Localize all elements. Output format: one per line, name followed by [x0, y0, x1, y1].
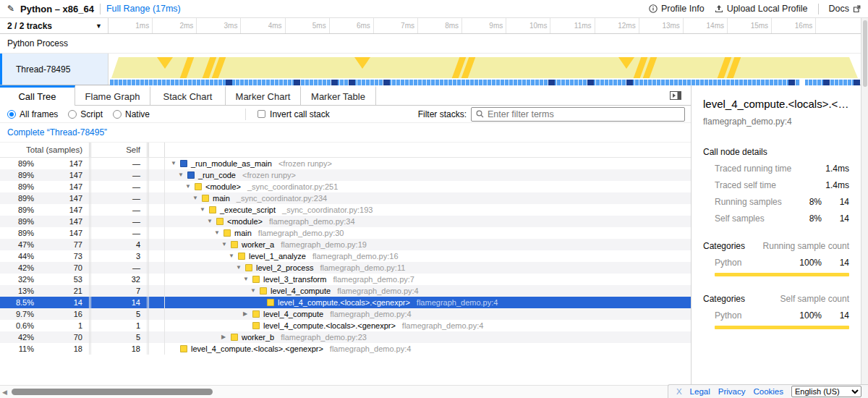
total-percent: 89% — [0, 181, 34, 192]
sample-segment — [383, 80, 390, 85]
collapse-icon[interactable]: ▼ — [200, 204, 209, 216]
radio-script[interactable]: Script — [68, 109, 103, 119]
call-tree-row[interactable]: 11%1818level_4_compute.<locals>.<genexpr… — [0, 343, 691, 355]
collapse-icon[interactable]: ▼ — [236, 262, 245, 274]
filter-stacks-input[interactable] — [488, 109, 680, 119]
function-name: main — [213, 192, 230, 204]
call-tree-row[interactable]: 42%705▶worker_bflamegraph_demo.py:23 — [0, 331, 691, 343]
spacer-cell — [149, 192, 165, 204]
collapse-icon[interactable]: ▼ — [207, 216, 216, 227]
ruler-tick: 5ms — [286, 18, 330, 33]
full-range-link[interactable]: Full Range (17ms) — [106, 4, 181, 14]
collapse-icon[interactable]: ▼ — [243, 274, 252, 285]
thread-track-row: Thread-78495 — [0, 54, 861, 85]
jank-marker-icon[interactable] — [157, 57, 173, 69]
detail-value: 1.4ms — [823, 164, 849, 174]
expand-icon[interactable]: ▶ — [221, 331, 231, 343]
detail-value: 14 — [822, 213, 849, 224]
thread-activity-graph[interactable] — [109, 54, 861, 85]
footer-link-privacy[interactable]: Privacy — [718, 387, 746, 396]
footer-link-x[interactable]: X — [676, 387, 682, 396]
yellow-category-icon — [202, 195, 209, 202]
vertical-scrollbar[interactable] — [861, 18, 868, 398]
column-header-total[interactable]: Total (samples) — [0, 143, 91, 157]
timeline-ruler[interactable]: 1ms2ms3ms4ms5ms6ms7ms8ms9ms10ms11ms12ms1… — [109, 18, 861, 33]
call-tree-row[interactable]: 13%217▼level_4_computeflamegraph_demo.py… — [0, 285, 691, 297]
invert-call-stack-checkbox[interactable]: Invert call stack — [258, 109, 330, 119]
categories-header: CategoriesSelf sample count — [703, 294, 849, 304]
call-tree-row[interactable]: 89%147—▼_run_code<frozen runpy> — [0, 169, 691, 181]
collapse-icon[interactable]: ▼ — [214, 227, 224, 239]
collapse-icon[interactable]: ▼ — [178, 169, 187, 181]
collapse-icon[interactable]: ▼ — [229, 250, 238, 262]
jank-marker-icon[interactable] — [180, 57, 195, 78]
total-percent: 42% — [0, 331, 34, 343]
expand-icon[interactable]: ▶ — [243, 308, 252, 320]
process-row[interactable]: Python Process — [0, 34, 861, 54]
total-cell: 11%18 — [0, 343, 91, 355]
thread-track-label[interactable]: Thread-78495 — [0, 54, 109, 85]
horizontal-scrollbar[interactable]: ◀ — [0, 385, 691, 398]
yellow-category-icon — [252, 276, 260, 283]
collapse-icon[interactable]: ▼ — [250, 285, 260, 297]
collapse-icon[interactable]: ▼ — [171, 158, 180, 169]
tab-stack-chart[interactable]: Stack Chart — [150, 85, 226, 105]
breadcrumb-root[interactable]: Complete “Thread-78495” — [7, 127, 107, 137]
detail-value: 1.4ms — [822, 180, 849, 190]
radio-all-frames[interactable]: All frames — [7, 109, 58, 119]
footer-link-cookies[interactable]: Cookies — [753, 387, 783, 396]
total-percent: 89% — [0, 169, 34, 181]
tab-marker-chart[interactable]: Marker Chart — [226, 85, 301, 105]
call-tree-toolbar: All framesScriptNative Invert call stack… — [0, 106, 691, 123]
jank-marker-icon[interactable] — [618, 57, 634, 69]
tab-flame-graph[interactable]: Flame Graph — [75, 85, 150, 105]
sidebar-details: Traced running time1.4msTraced self time… — [703, 164, 849, 224]
total-samples: 16 — [34, 308, 89, 320]
profile-info-button[interactable]: Profile Info — [649, 4, 705, 14]
edit-pencil-icon[interactable]: ✎ — [7, 4, 14, 14]
collapse-icon[interactable]: ▼ — [185, 181, 195, 192]
call-tree-row[interactable]: 8.5%1414level_4_compute.<locals>.<genexp… — [0, 297, 691, 308]
tab-marker-table[interactable]: Marker Table — [301, 85, 376, 105]
call-tree-row[interactable]: 89%147—▼_run_module_as_main<frozen runpy… — [0, 158, 691, 169]
call-tree-row[interactable]: 89%147—▼main_sync_coordinator.py:234 — [0, 192, 691, 204]
filter-input-box — [471, 107, 685, 122]
jank-marker-icon[interactable] — [354, 57, 370, 69]
radio-native[interactable]: Native — [113, 109, 150, 119]
spacer-cell — [149, 308, 165, 320]
call-tree-row[interactable]: 89%147—▼<module>_sync_coordinator.py:251 — [0, 181, 691, 192]
docs-link[interactable]: Docs — [829, 4, 861, 14]
call-tree-row[interactable]: 89%147—▼<module>flamegraph_demo.py:34 — [0, 216, 691, 227]
tracks-dropdown[interactable]: 2 / 2 tracks ▼ — [0, 18, 109, 33]
category-label: Python — [703, 310, 788, 321]
language-select[interactable]: English (US) — [791, 386, 861, 397]
scroll-left-arrow-icon[interactable]: ◀ — [2, 389, 7, 396]
vertical-scrollbar-thumb[interactable] — [863, 20, 867, 87]
function-cell: ▼level_4_computeflamegraph_demo.py:4 — [165, 285, 691, 297]
call-tree-row[interactable]: 0.6%11level_4_compute.<locals>.<genexpr>… — [0, 320, 691, 331]
call-tree-row[interactable]: 89%147—▼_execute_script_sync_coordinator… — [0, 204, 691, 216]
self-cell: 18 — [91, 343, 149, 355]
spacer-cell — [149, 227, 165, 239]
upload-profile-button[interactable]: Upload Local Profile — [715, 4, 808, 14]
track-activity-band — [110, 57, 858, 78]
collapse-icon[interactable]: ▼ — [221, 239, 231, 250]
tab-call-tree[interactable]: Call Tree — [0, 85, 75, 106]
function-cell: level_4_compute.<locals>.<genexpr>flameg… — [165, 320, 691, 331]
call-tree-row[interactable]: 44%733▼level_1_analyzeflamegraph_demo.py… — [0, 250, 691, 262]
total-samples: 73 — [34, 250, 89, 262]
call-tree-row[interactable]: 9.7%165▶level_4_computeflamegraph_demo.p… — [0, 308, 691, 320]
spacer-cell — [149, 297, 165, 308]
function-name: main — [234, 227, 252, 239]
sidebar-toggle-button[interactable] — [669, 90, 682, 101]
horizontal-scrollbar-thumb[interactable] — [12, 389, 213, 395]
footer-link-legal[interactable]: Legal — [690, 387, 710, 396]
call-tree-row[interactable]: 32%5332▼level_3_transformflamegraph_demo… — [0, 274, 691, 285]
column-header-self[interactable]: Self — [91, 143, 149, 157]
call-tree-row[interactable]: 47%774▼worker_aflamegraph_demo.py:19 — [0, 239, 691, 250]
call-tree-row[interactable]: 42%70—▼level_2_processflamegraph_demo.py… — [0, 262, 691, 274]
call-tree-row[interactable]: 89%147—▼mainflamegraph_demo.py:30 — [0, 227, 691, 239]
yellow-category-icon — [195, 183, 202, 190]
self-cell: — — [91, 192, 149, 204]
collapse-icon[interactable]: ▼ — [192, 192, 202, 204]
